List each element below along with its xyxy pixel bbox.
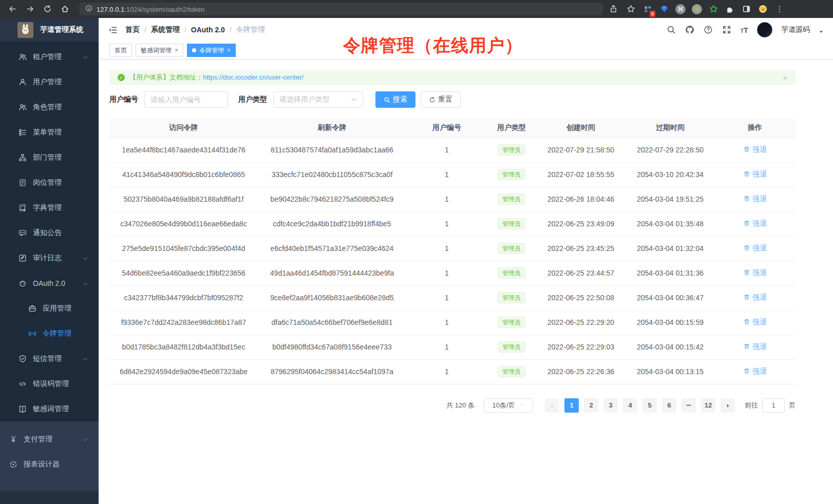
breadcrumb-item[interactable]: 令牌管理 xyxy=(236,25,265,34)
sidebar-item-dict[interactable]: 字典管理 xyxy=(0,195,99,220)
url-text: 127.0.0.1:1024/system/oauth2/token xyxy=(97,5,204,14)
share-icon[interactable] xyxy=(606,2,620,16)
oauth-icon xyxy=(18,279,27,287)
site-info-icon[interactable] xyxy=(85,5,92,14)
goto-page-input[interactable] xyxy=(762,398,785,413)
avatar-extension-icon[interactable] xyxy=(756,3,769,16)
force-logout-button[interactable]: 强退 xyxy=(743,367,767,376)
puzzle-extension-icon[interactable] xyxy=(723,3,736,16)
force-logout-label: 强退 xyxy=(752,170,767,179)
force-logout-button[interactable]: 强退 xyxy=(743,219,767,228)
page-size-select[interactable]: 10条/页 xyxy=(484,398,533,413)
sidebar-logo-bar[interactable]: 芋道管理系统 xyxy=(0,18,99,42)
sidebar-item-notice[interactable]: 通知公告 xyxy=(0,220,99,245)
sidebar-item-tenant[interactable]: 租户管理 xyxy=(0,44,99,69)
fullscreen-icon[interactable] xyxy=(722,25,732,35)
search-icon[interactable] xyxy=(667,25,676,35)
table-row: 6d842e2924594de9a09e45e087323abe8796295f… xyxy=(109,359,796,384)
back-icon[interactable] xyxy=(5,2,20,16)
tab-首页[interactable]: 首页 xyxy=(109,44,132,57)
sidebar-item-report[interactable]: 报表设计器 xyxy=(0,452,99,477)
alert-close-icon[interactable]: × xyxy=(783,73,787,82)
record-extension-icon[interactable] xyxy=(690,3,704,16)
sidebar-item-label: 岗位管理 xyxy=(33,178,62,187)
tab-敏感词管理[interactable]: 敏感词管理× xyxy=(136,44,183,57)
tab-label: 令牌管理 xyxy=(199,46,224,55)
force-logout-button[interactable]: 强退 xyxy=(743,293,767,302)
force-logout-button[interactable]: 强退 xyxy=(743,244,767,253)
force-logout-label: 强退 xyxy=(752,268,767,278)
user-caret-icon[interactable] xyxy=(819,27,824,32)
sidebar-item-label: OAuth 2.0 xyxy=(33,279,65,287)
bookmark-star-icon[interactable] xyxy=(623,2,638,16)
cell-access: 6d842e2924594de9a09e45e087323abe xyxy=(109,359,258,384)
breadcrumb-item[interactable]: OAuth 2.0 xyxy=(191,26,225,34)
page-button[interactable]: 6 xyxy=(662,398,676,413)
sidebar-item-dept[interactable]: 部门管理 xyxy=(0,145,99,170)
page-button[interactable]: 12 xyxy=(701,398,715,413)
page-button[interactable]: 4 xyxy=(623,398,637,413)
next-page-button[interactable]: › xyxy=(721,398,735,413)
help-icon[interactable] xyxy=(704,25,713,35)
page-button[interactable]: 2 xyxy=(584,398,598,413)
prev-page-button[interactable]: ‹ xyxy=(545,398,559,413)
sidebar-item-app[interactable]: 应用管理 xyxy=(0,296,99,321)
sidebar-item-sensitive[interactable]: 敏感词管理 xyxy=(0,396,99,421)
tenant-icon xyxy=(18,53,27,61)
star-extension-icon[interactable] xyxy=(707,3,720,16)
sidebar-item-audit[interactable]: 审计日志 xyxy=(0,245,99,270)
blocks-extension-icon[interactable]: 9 xyxy=(641,3,654,16)
sidebar-item-post[interactable]: 岗位管理 xyxy=(0,170,99,195)
side-panel-extension-icon[interactable] xyxy=(740,3,753,16)
reload-icon[interactable] xyxy=(40,2,54,16)
forward-icon[interactable] xyxy=(23,2,37,16)
force-logout-button[interactable]: 强退 xyxy=(743,268,767,278)
command-extension-icon[interactable]: ⌘ xyxy=(674,3,687,16)
github-icon[interactable] xyxy=(685,25,695,35)
cell-expires: 2054-03-04 00:13:15 xyxy=(626,359,714,384)
reset-button[interactable]: 重置 xyxy=(421,91,461,108)
tab-close-icon[interactable]: × xyxy=(227,47,231,53)
page-button[interactable]: 1 xyxy=(564,398,579,413)
notice-icon xyxy=(18,229,27,237)
user-id-input[interactable] xyxy=(144,91,228,108)
url-bar[interactable]: 127.0.0.1:1024/system/oauth2/token xyxy=(79,3,603,15)
sidebar-item-label: 部门管理 xyxy=(33,153,62,162)
force-logout-button[interactable]: 强退 xyxy=(743,195,767,204)
home-icon[interactable] xyxy=(58,2,72,16)
font-size-icon[interactable]: TT xyxy=(741,26,748,34)
breadcrumb-item[interactable]: 系统管理 xyxy=(151,25,180,34)
cell-created: 2022-06-25 23:44:57 xyxy=(536,261,626,285)
gem-extension-icon[interactable] xyxy=(657,3,671,16)
sidebar-item-menu[interactable]: 菜单管理 xyxy=(0,120,99,145)
force-logout-button[interactable]: 强退 xyxy=(743,145,767,154)
user-type-select[interactable]: 请选择用户类型 xyxy=(273,91,363,108)
sidebar-fold-icon[interactable] xyxy=(107,24,118,35)
sidebar-item-user[interactable]: 用户管理 xyxy=(0,69,99,94)
filter-form: 用户编号 用户类型 请选择用户类型 搜索 重置 xyxy=(109,91,796,108)
sidebar-item-pay[interactable]: 支付管理 xyxy=(0,427,99,452)
cell-expires: 2054-03-04 00:15:42 xyxy=(626,335,714,359)
user-avatar[interactable] xyxy=(757,22,772,37)
browser-menu-icon[interactable]: ⋮ xyxy=(772,2,787,16)
page-button[interactable]: 5 xyxy=(642,398,657,413)
doc-link[interactable]: https://doc.iocoder.cn/user-center/ xyxy=(203,73,304,81)
sidebar-item-oauth[interactable]: OAuth 2.0 xyxy=(0,270,99,296)
search-icon xyxy=(384,96,390,103)
tab-close-icon[interactable]: × xyxy=(175,47,178,53)
more-pages-button[interactable]: ••• xyxy=(681,398,696,413)
force-logout-label: 强退 xyxy=(752,145,767,154)
force-logout-button[interactable]: 强退 xyxy=(743,342,767,352)
sidebar-item-errcode[interactable]: 错误码管理 xyxy=(0,371,99,396)
force-logout-button[interactable]: 强退 xyxy=(743,170,767,179)
page-button[interactable]: 3 xyxy=(603,398,618,413)
tab-令牌管理[interactable]: 令牌管理× xyxy=(187,44,236,57)
sidebar-item-role[interactable]: 角色管理 xyxy=(0,94,99,120)
sidebar-item-sms[interactable]: 短信管理 xyxy=(0,346,99,371)
search-button[interactable]: 搜索 xyxy=(375,91,415,108)
main-area: 首页/系统管理/OAuth 2.0/令牌管理 TT 芋道源码 首页敏感词管理×令… xyxy=(99,18,833,504)
dept-icon xyxy=(18,153,27,162)
breadcrumb-item[interactable]: 首页 xyxy=(125,25,140,34)
sidebar-item-token[interactable]: 令牌管理 xyxy=(0,321,99,346)
force-logout-button[interactable]: 强退 xyxy=(743,318,767,327)
